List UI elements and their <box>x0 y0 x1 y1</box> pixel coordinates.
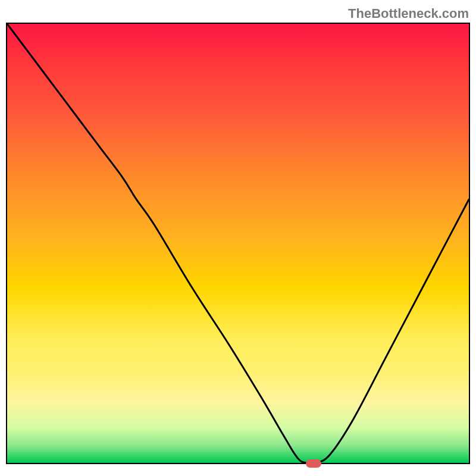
bottleneck-curve-path <box>7 24 469 463</box>
optimum-marker <box>306 459 321 468</box>
curve-layer <box>7 24 469 463</box>
plot-area <box>6 23 470 464</box>
watermark-text: TheBottleneck.com <box>348 6 469 21</box>
bottleneck-chart: TheBottleneck.com <box>0 0 476 476</box>
